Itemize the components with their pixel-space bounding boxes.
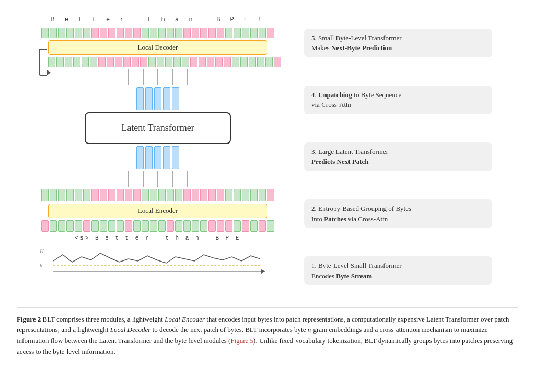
byte-cell: [83, 220, 90, 232]
step-2-text: 2. Entropy-Based Grouping of BytesInto P…: [311, 205, 411, 223]
byte-cell: [91, 28, 99, 38]
connector-line: [128, 171, 129, 187]
byte-cell: [100, 189, 107, 201]
byte-cell: [175, 189, 182, 201]
svg-marker-2: [261, 269, 265, 274]
byte-cell: [158, 220, 166, 232]
byte-cell: [133, 28, 141, 38]
patch-col: [136, 87, 144, 110]
patch-col: [154, 87, 161, 110]
byte-cell: [225, 28, 232, 38]
byte-cell: [41, 189, 49, 201]
caption-text1: BLT comprises three modules, a lightweig…: [41, 315, 165, 323]
connector-line: [143, 69, 144, 85]
byte-cell: [192, 28, 199, 38]
byte-cell: [259, 220, 266, 232]
byte-cell: [75, 189, 82, 201]
top-patch-row: [136, 87, 179, 110]
step-2-bold: Patches: [324, 215, 346, 223]
latent-transformer-box: Latent Transformer: [85, 112, 231, 144]
decoder-out-byte-row: [48, 57, 281, 67]
entropy-svg: [48, 245, 268, 275]
byte-cell: [117, 28, 124, 38]
byte-cell: [108, 189, 115, 201]
byte-cell: [108, 220, 115, 232]
byte-cell: [208, 220, 216, 232]
byte-cell: [117, 189, 124, 201]
connector-line: [187, 69, 188, 85]
byte-cell: [100, 220, 107, 232]
byte-cell: [125, 28, 132, 38]
byte-cell: [83, 28, 90, 38]
step-1-text: 1. Byte-Level Small TransformerEncodes B…: [311, 262, 402, 280]
patch-col: [154, 146, 161, 169]
connector-line: [172, 69, 173, 85]
byte-cell: [257, 57, 264, 67]
byte-cell: [250, 220, 258, 232]
byte-cell: [150, 189, 157, 201]
byte-cell: [108, 28, 115, 38]
byte-cell: [217, 28, 224, 38]
caption-text3: to decode the next patch of bytes. BLT i…: [150, 326, 307, 334]
patch-col: [172, 146, 179, 169]
byte-cell: [132, 57, 139, 67]
byte-cell: [91, 220, 99, 232]
byte-cell: [200, 189, 207, 201]
patch-col: [163, 146, 170, 169]
byte-cell: [66, 189, 74, 201]
byte-cell: [148, 57, 156, 67]
byte-cell: [190, 57, 197, 67]
byte-cell: [215, 57, 223, 67]
connector-line: [187, 171, 188, 187]
byte-cell: [142, 28, 149, 38]
byte-cell: [98, 57, 106, 67]
byte-cell: [125, 220, 132, 232]
caption-area: Figure 2 BLT comprises three modules, a …: [17, 307, 518, 358]
step-1-box: 1. Byte-Level Small TransformerEncodes B…: [304, 256, 492, 285]
byte-cell: [100, 28, 107, 38]
local-encoder-italic: Local Encoder: [165, 315, 205, 323]
byte-cell: [259, 189, 266, 201]
page-container: B e t t e r _ t h a n _ B P E !: [6, 6, 529, 387]
byte-cell: [208, 28, 216, 38]
byte-cell: [73, 57, 80, 67]
figure5-link: Figure 5: [230, 337, 253, 345]
byte-cell: [192, 220, 199, 232]
byte-cell: [133, 220, 141, 232]
chart-h-label: H: [40, 247, 44, 254]
step-2-box: 2. Entropy-Based Grouping of BytesInto P…: [304, 199, 492, 228]
patch-col: [163, 87, 170, 110]
byte-cell: [183, 189, 191, 201]
step-5-bold: Next-Byte Prediction: [331, 44, 392, 52]
connector-line: [172, 171, 173, 187]
byte-cell: [50, 189, 57, 201]
byte-cell: [91, 189, 99, 201]
byte-cell: [50, 220, 57, 232]
byte-cell: [267, 28, 274, 38]
top-patch-connectors: [128, 69, 188, 85]
decoder-output-area: [48, 57, 268, 67]
byte-cell: [200, 28, 207, 38]
byte-cell: [267, 189, 274, 201]
byte-cell: [234, 220, 241, 232]
bottom-patch-row: [136, 146, 179, 169]
byte-cell: [90, 57, 97, 67]
diagram-area: B e t t e r _ t h a n _ B P E !: [17, 11, 299, 303]
byte-cell: [225, 220, 232, 232]
input-byte-row: [41, 220, 274, 232]
byte-cell: [250, 189, 258, 201]
byte-cell: [242, 220, 249, 232]
patch-col: [145, 146, 153, 169]
byte-cell: [175, 28, 182, 38]
steps-area: 5. Small Byte-Level TransformerMakes Nex…: [304, 11, 492, 303]
byte-cell: [183, 28, 191, 38]
byte-cell: [158, 28, 166, 38]
byte-cell: [117, 220, 124, 232]
byte-cell: [56, 57, 64, 67]
connector-line: [157, 69, 158, 85]
byte-cell: [66, 28, 74, 38]
byte-cell: [58, 28, 65, 38]
step-3-text: 3. Large Latent TransformerPredicts Next…: [311, 148, 388, 166]
byte-cell: [208, 189, 216, 201]
loop-arrow: [39, 49, 47, 76]
